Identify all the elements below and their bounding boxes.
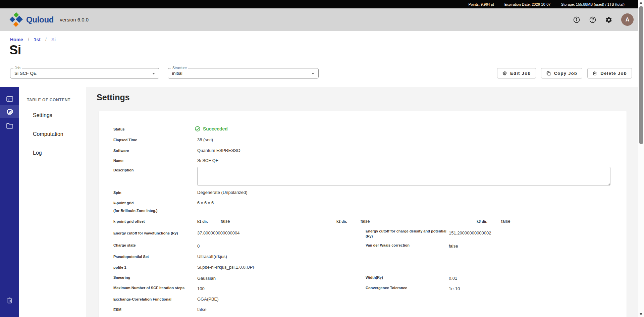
breadcrumb-1st[interactable]: 1st	[34, 37, 41, 42]
section-heading: Settings	[97, 93, 130, 102]
rail-item-dashboard[interactable]	[0, 93, 19, 105]
scrollbar-thumb[interactable]	[639, 6, 643, 144]
table-of-content: TABLE OF CONTENT Settings Computation Lo…	[19, 87, 86, 317]
version-label: version 6.0.0	[60, 17, 89, 22]
description-textarea[interactable]	[197, 167, 610, 186]
scroll-down-arrow-icon[interactable]	[640, 313, 642, 315]
copy-icon	[546, 71, 551, 76]
chip-icon	[6, 108, 14, 116]
structure-select-label: Structure	[171, 66, 188, 70]
toc-item-settings[interactable]: Settings	[33, 112, 52, 118]
breadcrumb-separator: /	[45, 37, 47, 42]
expiration-indicator: Expiration Date: 2026-10-07	[504, 2, 551, 6]
kpoint-grid-sublabel: (for Brillouin Zone Integ.)	[113, 209, 157, 213]
job-actions: Edit Job Copy Job Delete Job	[497, 68, 632, 78]
delete-job-button[interactable]: Delete Job	[587, 68, 632, 78]
breadcrumb-home[interactable]: Home	[10, 37, 23, 42]
storage-indicator: Storage: 155.88MB (used) / 1TB (total)	[561, 2, 625, 6]
rail-item-files[interactable]	[0, 119, 19, 132]
rail-item-trash[interactable]	[0, 294, 19, 307]
main-content: Settings Status Succeeded Elapsed Time 3…	[86, 87, 638, 317]
gear-icon[interactable]	[605, 16, 612, 23]
trash-icon	[6, 297, 13, 304]
chevron-down-icon	[312, 73, 314, 74]
logo-diamonds-icon	[10, 12, 23, 28]
breadcrumb: Home / 1st / Si	[10, 37, 56, 42]
avatar[interactable]: A	[621, 13, 634, 26]
toc-item-log[interactable]: Log	[33, 150, 42, 156]
page-title: Si	[9, 43, 21, 57]
quloud-logo[interactable]: Quloud	[10, 12, 54, 28]
chevron-down-icon	[152, 73, 155, 74]
structure-select[interactable]: Structure initial	[168, 68, 319, 78]
info-icon[interactable]	[573, 16, 580, 23]
edit-job-button[interactable]: Edit Job	[497, 68, 536, 78]
settings-card: Status Succeeded Elapsed Time 38 (sec) S…	[99, 111, 627, 317]
brand-name: Quloud	[26, 15, 54, 24]
breadcrumb-separator: /	[28, 37, 29, 42]
job-select-label: Job	[13, 66, 22, 70]
vertical-scrollbar[interactable]	[638, 0, 644, 317]
chip-edit-icon	[502, 71, 507, 76]
toc-heading: TABLE OF CONTENT	[27, 98, 70, 102]
page-body: TABLE OF CONTENT Settings Computation Lo…	[0, 87, 638, 317]
dashboard-icon	[6, 95, 14, 103]
folder-icon	[6, 122, 14, 130]
app-header: Quloud version 6.0.0 A	[0, 8, 638, 31]
status-badge: Succeeded	[203, 126, 228, 131]
check-circle-icon	[195, 126, 201, 132]
help-icon[interactable]	[589, 16, 596, 23]
rail-item-jobs[interactable]	[0, 105, 19, 118]
trash-icon	[592, 71, 597, 76]
toc-item-computation[interactable]: Computation	[33, 131, 63, 137]
app-window: Points: 9,964 pt Expiration Date: 2026-1…	[0, 0, 638, 317]
points-indicator: Points: 9,964 pt	[468, 2, 494, 6]
breadcrumb-current: Si	[51, 37, 56, 42]
job-select-value: Si SCF QE	[14, 71, 37, 76]
account-status-bar: Points: 9,964 pt Expiration Date: 2026-1…	[0, 0, 638, 8]
scroll-up-arrow-icon[interactable]	[640, 2, 642, 4]
structure-select-value: initial	[172, 71, 182, 76]
copy-job-button[interactable]: Copy Job	[541, 68, 583, 78]
nav-rail	[0, 87, 19, 317]
page-band: Home / 1st / Si Si Job Si SCF QE Structu…	[0, 31, 638, 87]
job-select[interactable]: Job Si SCF QE	[10, 68, 159, 78]
